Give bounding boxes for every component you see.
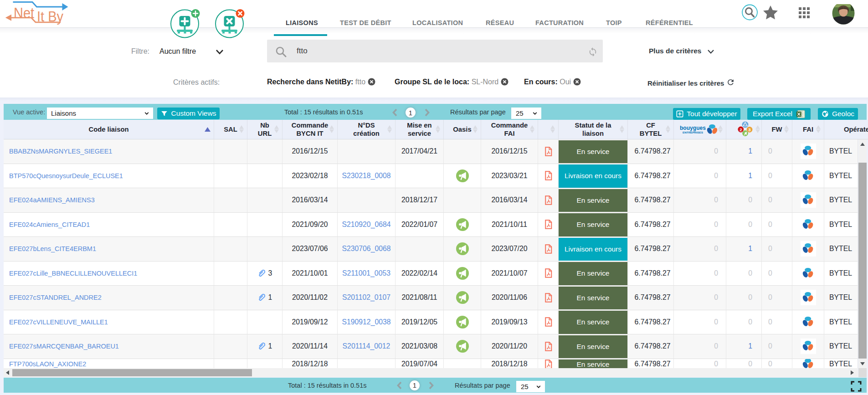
svg-text:bouygues: bouygues [680,124,706,131]
svg-text:ENTREPRISES: ENTREPRISES [683,131,703,134]
svg-text:Net: Net [14,5,34,21]
svg-text:2: 2 [740,127,742,132]
svg-text:3: 3 [748,127,750,132]
svg-text:It By: It By [37,9,63,25]
